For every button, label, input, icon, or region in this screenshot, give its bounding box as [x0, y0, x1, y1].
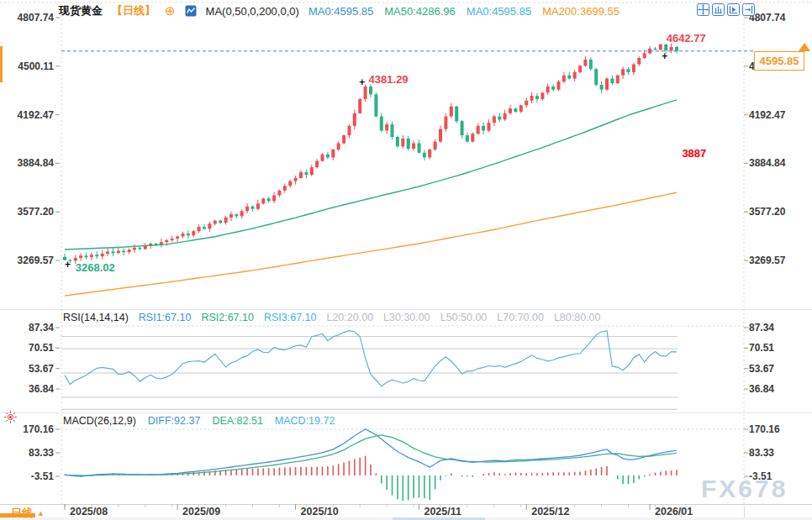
- macd-values: DIFF:92.37DEA:82.51MACD:19.72: [148, 415, 335, 427]
- rsi-axis-label: 70.51: [749, 342, 774, 354]
- indicator-value: MA200:3699.55: [542, 5, 620, 18]
- indicator-value: RSI2:67.10: [201, 312, 254, 323]
- indicator-value: L30:30.00: [383, 312, 430, 323]
- axis-scale-icon[interactable]: [712, 3, 725, 16]
- indicator-value: L50:50.00: [440, 312, 488, 323]
- tab-arrow-icon: ▲: [37, 509, 45, 517]
- left-edge-bar: [0, 46, 3, 82]
- indicator-value: L70:70.00: [497, 312, 544, 323]
- playback-icon[interactable]: [727, 3, 740, 16]
- rsi-title: RSI(14,14,14): [63, 312, 129, 323]
- x-axis-label: 2025/11: [424, 506, 461, 517]
- x-axis-label: 2025/09: [182, 506, 220, 517]
- price-axis-label: 4807.74: [2, 12, 54, 24]
- x-axis-label: 2026/01: [655, 506, 693, 517]
- rsi-axis-label: 53.67: [2, 363, 54, 375]
- chart-header: 现货黄金 【日线】 ⊕ MA(0,50,0,200,0,0) MA0:4595.…: [59, 3, 620, 18]
- indicator-value: MA0:4595.85: [308, 5, 373, 18]
- price-axis-label: 3884.84: [749, 157, 785, 169]
- indicator-value: RSI3:67.10: [264, 312, 317, 323]
- ma-values: MA0:4595.85MA50:4286.96MA0:4595.85MA200:…: [308, 5, 620, 18]
- sun-icon[interactable]: [3, 410, 18, 426]
- price-marker-arrow-icon: [799, 43, 810, 51]
- macd-axis-label: -3.51: [2, 470, 54, 482]
- rsi-panel-plot[interactable]: [61, 326, 744, 412]
- indicator-value: DIFF:92.37: [148, 415, 201, 427]
- price-axis-label: 3577.20: [749, 206, 785, 218]
- main-chart-plot[interactable]: [61, 12, 744, 309]
- price-axis-label: 4192.47: [2, 109, 54, 121]
- macd-axis-label: 83.33: [2, 447, 54, 459]
- indicator-value: RSI1:67.10: [139, 312, 192, 323]
- chart-toolbar: [697, 3, 755, 16]
- macd-title: MACD(26,12,9): [63, 415, 136, 427]
- indicator-value: L20:20.00: [326, 312, 373, 323]
- price-axis-label: 3577.20: [2, 206, 54, 218]
- x-axis-label: 2025/08: [70, 506, 108, 517]
- rsi-values: RSI1:67.10RSI2:67.10RSI3:67.10L20:20.00L…: [139, 312, 601, 323]
- macd-axis-label: 83.33: [749, 447, 774, 459]
- macd-header: MACD(26,12,9) DIFF:92.37DEA:82.51MACD:19…: [63, 415, 335, 427]
- indicator-value: DEA:82.51: [212, 415, 262, 427]
- price-axis-label: 3269.57: [2, 255, 54, 266]
- rsi-axis-label: 36.84: [749, 383, 774, 395]
- ma-settings-label: MA(0,50,0,200,0,0): [206, 5, 299, 18]
- price-axis-label: 4192.47: [749, 109, 785, 121]
- rsi-axis-label: 87.34: [2, 322, 54, 334]
- pan-icon[interactable]: [697, 3, 709, 16]
- indicator-value: MA50:4286.96: [384, 5, 456, 18]
- indicator-value: L80:80.00: [554, 312, 601, 323]
- price-axis-label: 3269.57: [749, 255, 785, 266]
- macd-axis-label: -3.51: [749, 470, 772, 482]
- rsi-axis-label: 70.51: [2, 342, 54, 354]
- expand-icon[interactable]: ⊕: [165, 3, 176, 18]
- rsi-header: RSI(14,14,14) RSI1:67.10RSI2:67.10RSI3:6…: [63, 312, 601, 323]
- price-axis-label: 4500.11: [2, 60, 54, 72]
- symbol-name: 现货黄金: [59, 3, 103, 18]
- x-axis-label: 2025/12: [531, 506, 569, 517]
- x-axis-label: 2025/10: [301, 506, 339, 517]
- price-axis-label: 3884.84: [2, 157, 54, 169]
- chart-type-icon[interactable]: [185, 5, 197, 17]
- indicator-value: MA0:4595.85: [467, 5, 531, 18]
- rsi-axis-label: 36.84: [2, 383, 54, 395]
- tab-underline: [0, 513, 35, 517]
- period-tag: 【日线】: [112, 3, 156, 18]
- macd-axis-label: 170.16: [749, 423, 780, 435]
- rsi-axis-label: 87.34: [749, 322, 774, 334]
- indicator-value: MACD:19.72: [275, 415, 335, 427]
- rsi-axis-label: 53.67: [749, 363, 774, 375]
- current-price-badge: 4595.85: [754, 51, 804, 71]
- chart-window: FX678 现货黄金 【日线】 ⊕ MA(0,50,0,200,0,0) MA0…: [0, 0, 812, 520]
- macd-panel-plot[interactable]: [61, 429, 744, 504]
- latest-bar-icon[interactable]: [742, 3, 755, 16]
